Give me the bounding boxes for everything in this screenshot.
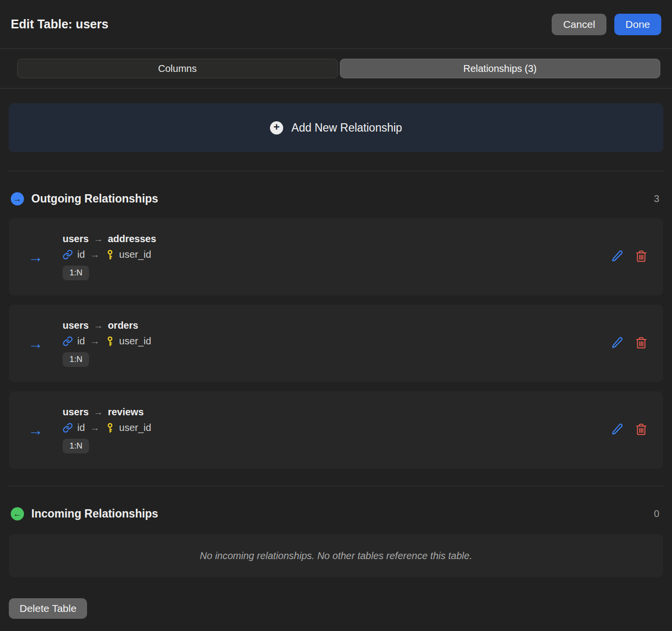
incoming-empty-message: No incoming relationships. No other tabl…: [200, 550, 472, 562]
outgoing-arrow-icon: →: [9, 336, 63, 351]
plus-circle-icon: +: [270, 121, 283, 135]
arrow-separator-icon: →: [90, 336, 100, 347]
pencil-icon: [611, 337, 623, 350]
edit-relationship-button[interactable]: [610, 249, 624, 265]
key-icon: [105, 249, 115, 260]
target-column-name: user_id: [119, 336, 152, 347]
section-divider: [9, 171, 663, 171]
delete-relationship-button[interactable]: [634, 248, 649, 265]
add-relationship-button[interactable]: + Add New Relationship: [9, 103, 663, 152]
cardinality-badge: 1:N: [63, 439, 89, 453]
relationship-title: users → orders: [63, 320, 151, 331]
outgoing-arrow-icon: →: [9, 249, 63, 265]
key-icon: [105, 336, 115, 347]
target-column-name: user_id: [119, 249, 152, 260]
incoming-empty-panel: No incoming relationships. No other tabl…: [9, 534, 663, 577]
link-icon: [63, 249, 73, 260]
source-column-name: id: [77, 336, 85, 347]
arrow-separator-icon: →: [90, 423, 100, 433]
relationship-card-users-orders: → users → orders id → user_id 1:N: [9, 305, 663, 382]
section-divider: [9, 486, 663, 486]
source-column-name: id: [77, 422, 85, 433]
trash-icon: [635, 249, 648, 264]
outgoing-arrow-circle-icon: →: [11, 192, 24, 205]
pencil-icon: [611, 250, 623, 264]
trash-icon: [635, 423, 648, 437]
edit-relationship-button[interactable]: [610, 422, 624, 438]
outgoing-count: 3: [654, 193, 661, 204]
outgoing-section-header: → Outgoing Relationships 3: [0, 188, 672, 209]
tab-columns[interactable]: Columns: [17, 59, 338, 78]
trash-icon: [635, 336, 648, 351]
target-table-name: reviews: [108, 406, 143, 418]
outgoing-section-title: Outgoing Relationships: [31, 192, 158, 205]
delete-relationship-button[interactable]: [634, 335, 649, 352]
relationship-title: users → reviews: [63, 406, 151, 418]
add-relationship-label: Add New Relationship: [291, 121, 402, 135]
source-table-name: users: [63, 233, 89, 245]
outgoing-arrow-icon: →: [9, 423, 63, 438]
delete-table-button[interactable]: Delete Table: [9, 598, 87, 619]
key-icon: [105, 423, 115, 433]
footer: Delete Table: [9, 598, 663, 619]
done-button[interactable]: Done: [614, 14, 661, 35]
incoming-section-header: ← Incoming Relationships 0: [0, 503, 672, 524]
tab-relationships[interactable]: Relationships (3): [340, 59, 661, 78]
link-icon: [63, 423, 73, 433]
relationship-columns: id → user_id: [63, 422, 151, 433]
target-column-name: user_id: [119, 422, 152, 433]
arrow-separator-icon: →: [90, 249, 100, 260]
edit-relationship-button[interactable]: [610, 336, 624, 351]
relationship-columns: id → user_id: [63, 249, 156, 260]
delete-relationship-button[interactable]: [634, 422, 649, 438]
cardinality-badge: 1:N: [63, 352, 89, 367]
target-table-name: addresses: [108, 233, 156, 245]
pencil-icon: [611, 423, 623, 437]
arrow-separator-icon: →: [93, 234, 103, 245]
target-table-name: orders: [108, 320, 138, 331]
source-table-name: users: [63, 406, 89, 418]
incoming-section-title: Incoming Relationships: [31, 507, 158, 520]
page-title: Edit Table: users: [11, 17, 109, 31]
relationship-card-users-reviews: → users → reviews id → user_id 1:N: [9, 391, 663, 469]
cancel-button[interactable]: Cancel: [552, 14, 606, 35]
link-icon: [63, 336, 73, 346]
arrow-separator-icon: →: [93, 407, 103, 418]
incoming-count: 0: [654, 508, 661, 519]
arrow-separator-icon: →: [93, 320, 103, 331]
relationship-columns: id → user_id: [63, 336, 151, 347]
source-column-name: id: [77, 249, 85, 260]
relationship-card-users-addresses: → users → addresses id → user_id 1:N: [9, 218, 663, 295]
tab-bar: Columns Relationships (3): [0, 49, 672, 89]
source-table-name: users: [63, 320, 89, 331]
dialog-header: Edit Table: users Cancel Done: [0, 0, 672, 49]
incoming-arrow-circle-icon: ←: [11, 507, 24, 520]
cardinality-badge: 1:N: [63, 266, 89, 280]
relationship-title: users → addresses: [63, 233, 156, 245]
outgoing-relationship-list: → users → addresses id → user_id 1:N: [9, 218, 663, 469]
